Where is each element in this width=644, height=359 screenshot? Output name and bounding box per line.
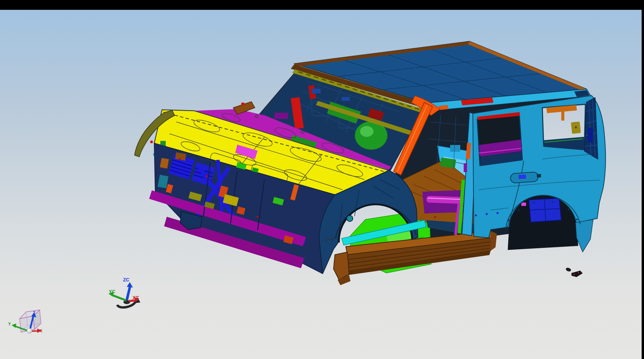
acs-z-label: Z xyxy=(33,311,35,315)
acs-x-label: X xyxy=(40,329,42,333)
wcs-x-axis[interactable] xyxy=(129,300,136,301)
wcs-z-label: ZC xyxy=(123,277,129,282)
d-pillar-blue-patch xyxy=(588,128,593,142)
acs-y-label: Y xyxy=(8,322,11,326)
wcs-z-arrowhead xyxy=(127,282,133,288)
fender-hole xyxy=(347,215,353,221)
wcs-z-axis[interactable] xyxy=(125,286,131,300)
clip-red-dot xyxy=(206,175,208,177)
application-window: ZC YC XC Z Y X xyxy=(0,0,644,359)
dot xyxy=(486,213,488,215)
loose-part-red-dot xyxy=(573,274,575,275)
acs-triad[interactable]: Z Y X xyxy=(8,310,42,334)
loose-part-small[interactable] xyxy=(565,267,571,272)
wcs-triad[interactable]: ZC YC XC xyxy=(108,277,140,308)
bolt xyxy=(552,201,554,203)
cowl-red-clip xyxy=(241,103,244,105)
wheelhouse-dome-highlight xyxy=(360,126,374,137)
blue-bracket xyxy=(342,97,350,101)
loose-part-red-dot xyxy=(578,272,579,273)
bolt xyxy=(576,219,578,220)
wcs-y-label: YC xyxy=(109,289,115,294)
quarter-window-orange-hook xyxy=(561,110,564,121)
clip-red-dot xyxy=(257,216,259,218)
3d-viewport[interactable]: ZC YC XC Z Y X xyxy=(0,0,644,359)
blue-bracket xyxy=(312,89,321,93)
olive-tag-hole xyxy=(575,126,577,128)
blade-red-dot xyxy=(150,141,153,143)
wcs-x-label: XC xyxy=(133,295,139,300)
bolt xyxy=(533,202,535,204)
cowl-purple-bracket xyxy=(275,113,288,119)
rocker-left-cap xyxy=(334,252,349,280)
clip-red-dot xyxy=(179,158,181,160)
acs-origin-sphere[interactable] xyxy=(27,329,32,334)
arch-magenta-clip xyxy=(521,203,526,206)
bolt xyxy=(568,209,570,210)
dot xyxy=(475,214,477,216)
loose-part-long[interactable] xyxy=(571,271,583,277)
door-lock-button xyxy=(537,174,541,178)
loose-parts[interactable] xyxy=(565,267,583,277)
door-handle-glint xyxy=(519,174,526,179)
rocker-right-cap xyxy=(490,231,497,251)
dot xyxy=(497,212,499,214)
car-body-in-white-model[interactable] xyxy=(135,41,605,285)
jack-pin-dot xyxy=(326,239,327,241)
bolt xyxy=(518,209,520,211)
floor-weld-dot xyxy=(434,216,436,218)
wcs-y-axis[interactable] xyxy=(112,295,126,300)
door-opening-cyan-bracket xyxy=(450,145,460,152)
acs-y-arrowhead xyxy=(12,323,16,328)
rear-tusk[interactable] xyxy=(576,219,593,252)
b-pillar-purple-clip xyxy=(464,163,467,172)
